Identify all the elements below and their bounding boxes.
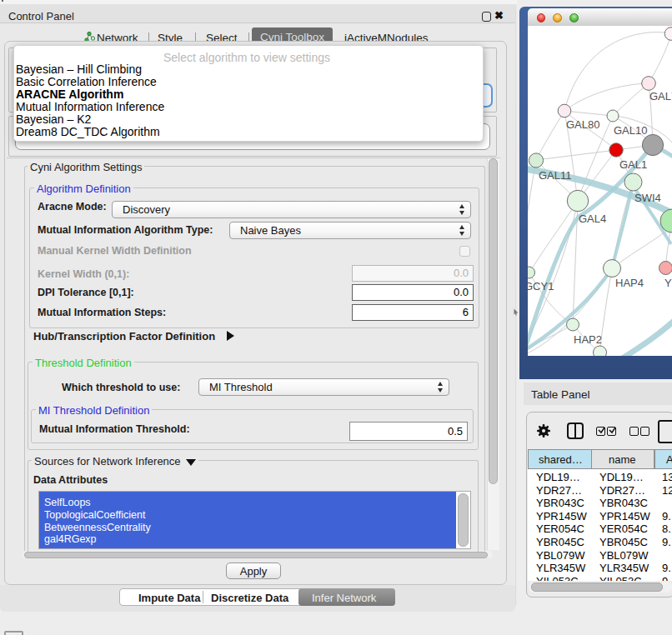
svg-text:GCY1: GCY1 <box>528 280 554 292</box>
svg-text:HAP2: HAP2 <box>574 333 602 346</box>
svg-text:HAP4: HAP4 <box>615 277 644 289</box>
svg-text:GAL7: GAL7 <box>649 90 672 102</box>
svg-text:GAL11: GAL11 <box>539 169 572 182</box>
svg-text:Y: Y <box>664 277 672 289</box>
svg-text:SWI4: SWI4 <box>634 192 661 204</box>
svg-text:GAL4: GAL4 <box>579 212 606 225</box>
svg-text:GAL1: GAL1 <box>619 158 647 171</box>
svg-text:GAL80: GAL80 <box>566 118 599 131</box>
svg-text:GAL10: GAL10 <box>614 124 647 137</box>
